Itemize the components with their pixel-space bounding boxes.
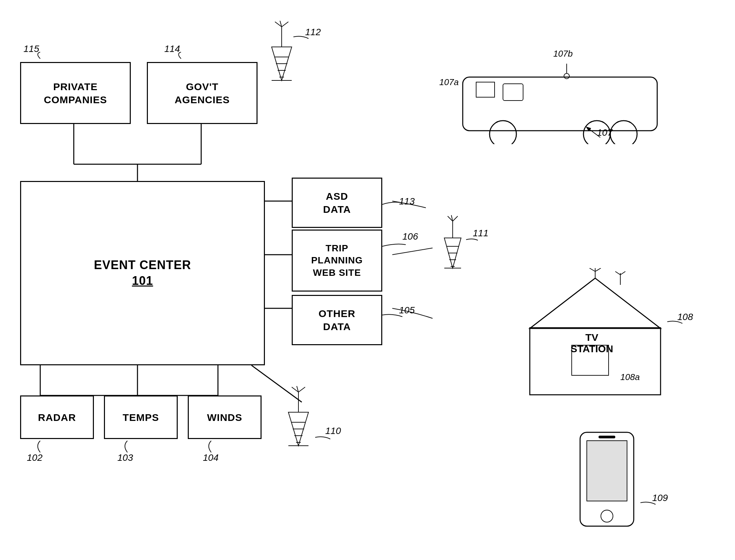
svg-line-19	[282, 22, 288, 27]
svg-line-56	[595, 268, 601, 271]
other-data-box: OTHER DATA	[292, 295, 382, 345]
svg-rect-63	[599, 436, 615, 438]
winds-label: WINDS	[207, 411, 242, 424]
ref-112-line	[293, 34, 310, 44]
asd-data-box: ASD DATA	[292, 178, 382, 228]
svg-line-59	[620, 271, 625, 275]
winds-box: WINDS	[188, 395, 262, 439]
svg-point-44	[490, 121, 516, 144]
event-center-label: EVENT CENTER	[94, 257, 191, 273]
antenna-111	[436, 214, 469, 275]
ref-111-line	[466, 236, 479, 245]
svg-rect-42	[463, 77, 657, 131]
ref-108a: 108a	[620, 372, 640, 382]
ref-102-line	[34, 441, 47, 454]
govt-agencies-label: GOV'T AGENCIES	[175, 80, 230, 106]
ref-107a: 107a	[439, 77, 459, 87]
asd-data-label: ASD DATA	[323, 190, 351, 216]
private-companies-label: PRIVATE COMPANIES	[44, 80, 107, 106]
temps-box: TEMPS	[104, 395, 178, 439]
svg-point-48	[564, 73, 569, 79]
svg-line-39	[298, 387, 305, 392]
trip-planning-label: TRIP PLANNING WEB SITE	[311, 242, 363, 279]
svg-point-45	[610, 121, 637, 144]
ref-108-line	[667, 318, 684, 328]
ref-107b: 107b	[553, 49, 573, 59]
ref-115-line	[34, 52, 47, 65]
radar-box: RADAR	[20, 395, 94, 439]
ref-113-line	[382, 201, 406, 211]
other-data-label: OTHER DATA	[319, 307, 355, 333]
private-companies-box: PRIVATE COMPANIES	[20, 62, 131, 124]
tv-station-label: TVSTATION	[550, 332, 634, 355]
ref-105-line	[382, 312, 406, 322]
ref-114-line	[174, 52, 188, 65]
svg-rect-47	[476, 82, 495, 97]
svg-line-29	[453, 216, 458, 221]
ref-106: 106	[402, 231, 418, 242]
ref-107-arrow	[583, 126, 604, 139]
svg-marker-51	[530, 278, 661, 328]
svg-line-50	[587, 127, 600, 137]
svg-point-62	[601, 510, 613, 522]
trip-planning-box: TRIP PLANNING WEB SITE	[292, 230, 382, 292]
svg-rect-61	[587, 441, 627, 501]
radar-label: RADAR	[38, 411, 76, 424]
ref-110-line	[315, 434, 332, 444]
antenna-110	[278, 385, 319, 452]
ref-109-line	[640, 499, 657, 509]
govt-agencies-box: GOV'T AGENCIES	[147, 62, 258, 124]
event-center-box: EVENT CENTER 101	[20, 181, 265, 365]
svg-rect-43	[503, 84, 523, 101]
svg-line-58	[615, 271, 620, 275]
ref-106-line	[382, 241, 409, 251]
mobile-device	[570, 429, 644, 543]
temps-label: TEMPS	[123, 411, 159, 424]
ref-104-line	[205, 441, 218, 454]
antenna-112	[262, 20, 302, 87]
ref-103-line	[121, 441, 134, 454]
svg-line-55	[589, 268, 595, 271]
event-center-ref: 101	[132, 273, 153, 289]
diagram: PRIVATE COMPANIES 115 GOV'T AGENCIES 114…	[0, 0, 735, 560]
